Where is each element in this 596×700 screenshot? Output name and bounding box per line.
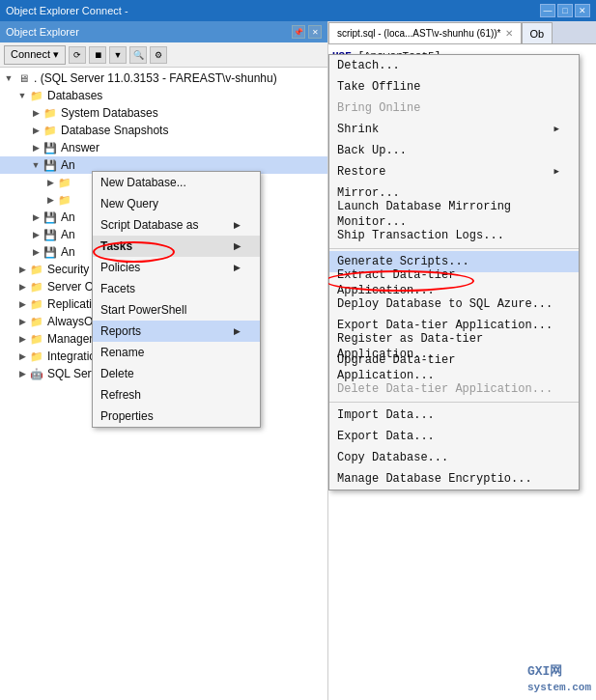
tasks-menu-backup[interactable]: Back Up... — [329, 140, 579, 161]
watermark-line2: system.com — [527, 680, 591, 695]
alwayson-icon: 📁 — [29, 314, 44, 329]
expander-an1-sub1: ▶ — [43, 176, 57, 189]
tasks-menu-export[interactable]: Export Data... — [329, 426, 579, 447]
expander-alwayson: ▶ — [15, 315, 29, 328]
expander-server-objects: ▶ — [15, 280, 29, 294]
tree-item-db-snapshots[interactable]: ▶ 📁 Database Snapshots — [0, 122, 327, 139]
system-databases-label: System Databases — [61, 106, 158, 120]
answer-db-icon: 💾 — [43, 140, 58, 155]
reports-submenu-arrow: ▶ — [234, 326, 241, 336]
watermark: GXI网 system.com — [527, 664, 591, 695]
menu-item-powershell[interactable]: Start PowerShell — [93, 299, 260, 321]
integration-icon: 📁 — [29, 349, 44, 364]
connect-button[interactable]: Connect ▾ — [4, 45, 66, 65]
tasks-menu-restore[interactable]: Restore ▶ — [329, 161, 579, 182]
expander-sql-agent: ▶ — [15, 367, 29, 380]
tasks-menu-launch-mirror[interactable]: Launch Database Mirroring Monitor... — [329, 204, 579, 225]
tab-close-icon[interactable]: ✕ — [505, 28, 513, 39]
title-bar: Object Explorer Connect - — □ ✕ — [0, 0, 596, 21]
object-explorer-title-text: Object Explorer — [6, 26, 79, 38]
expander-an1-sub2: ▶ — [43, 193, 57, 207]
databases-folder-icon: 📁 — [29, 88, 44, 103]
an3-icon: 💾 — [43, 227, 58, 242]
object-explorer-panel: Object Explorer 📌 ✕ Connect ▾ ⟳ ⏹ ▼ 🔍 ⚙ … — [0, 21, 328, 700]
policies-submenu-arrow: ▶ — [234, 263, 241, 272]
tasks-menu-delete-datatier: Delete Data-tier Application... — [329, 378, 579, 400]
tree-item-answer-db[interactable]: ▶ 💾 Answer — [0, 139, 327, 156]
script-submenu-arrow: ▶ — [234, 220, 241, 230]
expander-replication: ▶ — [15, 297, 29, 311]
settings-icon[interactable]: ⚙ — [150, 46, 167, 64]
tasks-menu-bring-online: Bring Online — [329, 98, 579, 119]
tree-item-system-databases[interactable]: ▶ 📁 System Databases — [0, 104, 327, 122]
tasks-menu-copy-db[interactable]: Copy Database... — [329, 447, 579, 468]
menu-separator-2 — [329, 402, 579, 403]
server-icon: 🖥 — [15, 70, 31, 86]
expander-databases: ▼ — [15, 89, 29, 102]
sql-agent-icon: 🤖 — [29, 366, 44, 381]
menu-item-policies[interactable]: Policies ▶ — [93, 257, 260, 278]
title-bar-text: Object Explorer Connect - — [6, 5, 128, 16]
search-icon[interactable]: 🔍 — [129, 46, 147, 64]
menu-item-tasks[interactable]: Tasks ▶ — [93, 236, 260, 257]
minimize-button[interactable]: — — [540, 4, 555, 17]
expander-management: ▶ — [15, 332, 29, 346]
menu-item-delete[interactable]: Delete — [93, 363, 260, 384]
tasks-submenu: Detach... Take Offline Bring Online Shri… — [328, 54, 580, 490]
code-area[interactable]: USE [AnswerTest5] GO /****** Object: Dat… — [328, 44, 596, 700]
an1-label: An — [61, 158, 75, 172]
title-bar-buttons: — □ ✕ — [540, 4, 590, 17]
db-snapshots-label: Database Snapshots — [61, 124, 168, 137]
expander-security: ▶ — [15, 263, 29, 276]
tab-bar: script.sql - (loca...AST\v-shunhu (61))*… — [328, 21, 596, 44]
expander-server: ▼ — [2, 71, 15, 85]
tree-item-server[interactable]: ▼ 🖥 . (SQL Server 11.0.3153 - FAREAST\v-… — [0, 70, 327, 87]
expander-an1: ▼ — [29, 158, 43, 172]
menu-item-facets[interactable]: Facets — [93, 278, 260, 299]
code-panel: script.sql - (loca...AST\v-shunhu (61))*… — [328, 21, 596, 700]
tasks-menu-import[interactable]: Import Data... — [329, 405, 579, 426]
an2-icon: 💾 — [43, 210, 58, 225]
second-tab-label: Ob — [530, 28, 545, 40]
oe-title-controls: 📌 ✕ — [292, 25, 322, 39]
second-tab[interactable]: Ob — [522, 22, 553, 43]
an1-sub2-icon: 📁 — [57, 192, 72, 208]
menu-item-new-database[interactable]: New Database... — [93, 172, 260, 193]
close-button[interactable]: ✕ — [575, 4, 590, 17]
security-icon: 📁 — [29, 262, 44, 277]
expander-answer: ▶ — [29, 141, 43, 154]
restore-arrow: ▶ — [554, 164, 559, 180]
oe-pin-button[interactable]: 📌 — [292, 25, 305, 39]
tasks-submenu-arrow: ▶ — [234, 241, 241, 251]
menu-item-refresh[interactable]: Refresh — [93, 384, 260, 406]
tasks-menu-extract-datatier[interactable]: Extract Data-tier Application... — [329, 272, 579, 294]
active-tab[interactable]: script.sql - (loca...AST\v-shunhu (61))*… — [328, 22, 522, 43]
refresh-icon[interactable]: ⟳ — [69, 46, 86, 64]
tasks-menu-manage-encryption[interactable]: Manage Database Encryptio... — [329, 468, 579, 490]
tasks-menu-take-offline[interactable]: Take Offline — [329, 76, 579, 98]
tree-item-databases[interactable]: ▼ 📁 Databases — [0, 87, 327, 104]
menu-item-script-database[interactable]: Script Database as ▶ — [93, 214, 260, 236]
an2-label: An — [61, 210, 75, 224]
tasks-menu-deploy-azure[interactable]: Deploy Database to SQL Azure... — [329, 294, 579, 315]
expander-an3: ▶ — [29, 228, 43, 241]
stop-icon[interactable]: ⏹ — [89, 46, 106, 64]
menu-item-reports[interactable]: Reports ▶ — [93, 321, 260, 342]
maximize-button[interactable]: □ — [557, 4, 573, 17]
menu-item-rename[interactable]: Rename — [93, 342, 260, 363]
server-label: . (SQL Server 11.0.3153 - FAREAST\v-shun… — [34, 71, 277, 85]
filter-icon[interactable]: ▼ — [109, 46, 127, 64]
tasks-menu-detach[interactable]: Detach... — [329, 55, 579, 76]
an1-icon: 💾 — [43, 157, 58, 173]
security-label: Security — [47, 263, 89, 276]
oe-close-button[interactable]: ✕ — [308, 25, 322, 39]
tasks-menu-shrink[interactable]: Shrink ▶ — [329, 119, 579, 140]
expander-an2: ▶ — [29, 210, 43, 224]
tasks-menu-upgrade-datatier[interactable]: Upgrade Data-tier Application... — [329, 357, 579, 378]
shrink-arrow: ▶ — [554, 122, 559, 137]
menu-item-properties[interactable]: Properties — [93, 406, 260, 427]
replication-icon: 📁 — [29, 296, 44, 312]
menu-item-new-query[interactable]: New Query — [93, 193, 260, 214]
databases-label: Databases — [47, 89, 102, 102]
management-icon: 📁 — [29, 331, 44, 347]
